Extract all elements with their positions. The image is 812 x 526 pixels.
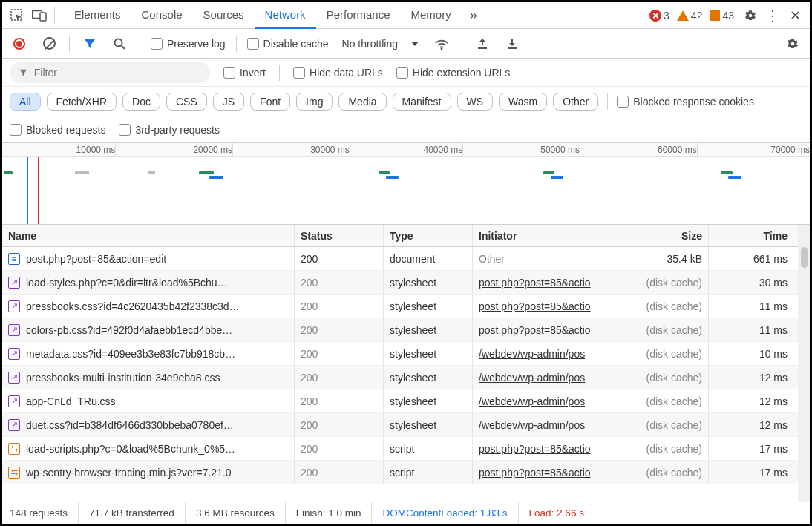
invert-checkbox[interactable]: Invert (223, 67, 266, 79)
panel-settings-icon[interactable] (783, 34, 802, 53)
tab-memory[interactable]: Memory (401, 2, 462, 29)
chip-wasm[interactable]: Wasm (499, 93, 547, 111)
chip-css[interactable]: CSS (166, 93, 207, 111)
filter-toggle-icon[interactable] (80, 34, 99, 53)
warning-counter[interactable]: 42 (677, 10, 703, 22)
tab-sources[interactable]: Sources (193, 2, 255, 29)
request-name: metadata.css?id=409ee3b3e83fc7bb918cb… (26, 348, 235, 360)
issues-icon (710, 10, 720, 21)
chip-font[interactable]: Font (250, 93, 290, 111)
chip-fetchxhr[interactable]: Fetch/XHR (47, 93, 117, 111)
initiator-link[interactable]: /webdev/wp-admin/pos (479, 419, 585, 431)
table-row[interactable]: ↗app-CnLd_TRu.css200stylesheet/webdev/wp… (2, 389, 810, 413)
table-row[interactable]: ↗duet.css?id=b384df6466d330bbeba0780ef…2… (2, 413, 810, 437)
settings-icon[interactable] (740, 5, 761, 26)
chip-img[interactable]: Img (296, 93, 333, 111)
col-initiator-header[interactable]: Initiator (473, 225, 621, 246)
table-row[interactable]: ↗pressbooks-multi-institution-34e9eba8.c… (2, 366, 810, 389)
export-har-icon[interactable] (502, 34, 522, 53)
cell-initiator: /webdev/wp-admin/pos (473, 342, 621, 365)
checkbox-icon (247, 38, 259, 50)
separator (54, 7, 55, 24)
filter-input[interactable] (10, 62, 210, 83)
cell-status: 200 (295, 413, 384, 436)
dcl-marker (27, 157, 28, 224)
filter-text-input[interactable] (34, 67, 201, 79)
svg-point-5 (441, 47, 443, 50)
close-icon[interactable]: ✕ (785, 5, 805, 26)
cell-size: (disk cache) (621, 413, 709, 436)
warning-icon (677, 10, 689, 21)
record-button[interactable] (10, 34, 29, 53)
col-name-header[interactable]: Name (2, 225, 295, 246)
checkbox-icon (617, 96, 629, 108)
chip-doc[interactable]: Doc (122, 93, 160, 111)
throttling-value: No throttling (342, 38, 398, 50)
inspect-icon[interactable] (7, 5, 27, 26)
initiator-link[interactable]: /webdev/wp-admin/pos (479, 372, 585, 384)
chip-other[interactable]: Other (553, 93, 598, 111)
request-name: pressbooks.css?id=4c2620435b42f2338c3d… (26, 300, 240, 312)
initiator-link[interactable]: /webdev/wp-admin/pos (479, 348, 585, 360)
file-js-icon: ⇆ (8, 443, 20, 455)
table-row[interactable]: ↗colors-pb.css?id=492f0d4afaebb1ecd4bbe…… (2, 318, 810, 342)
chip-js[interactable]: JS (213, 93, 244, 111)
tab-performance[interactable]: Performance (316, 2, 401, 29)
table-body: ≡post.php?post=85&action=edit200document… (2, 247, 810, 502)
cell-type: script (384, 461, 473, 484)
initiator-link[interactable]: post.php?post=85&actio (479, 467, 591, 479)
table-row[interactable]: ≡post.php?post=85&action=edit200document… (2, 247, 810, 271)
col-type-header[interactable]: Type (384, 225, 473, 246)
initiator-link[interactable]: post.php?post=85&actio (479, 277, 591, 289)
chip-ws[interactable]: WS (457, 93, 494, 111)
initiator-link[interactable]: post.php?post=85&actio (479, 324, 591, 336)
cell-initiator: post.php?post=85&actio (473, 295, 621, 318)
overview-timeline[interactable]: 10000 ms20000 ms30000 ms40000 ms50000 ms… (2, 143, 810, 225)
cell-status: 200 (295, 389, 384, 412)
blocked-requests-checkbox[interactable]: Blocked requests (10, 124, 105, 136)
network-conditions-icon[interactable] (432, 34, 451, 53)
vertical-scrollbar[interactable] (798, 225, 810, 502)
disable-cache-checkbox[interactable]: Disable cache (247, 38, 329, 50)
tabs-overflow-button[interactable]: » (463, 5, 484, 26)
tab-elements[interactable]: Elements (64, 2, 131, 29)
cell-type: script (384, 437, 473, 460)
cell-time: 17 ms (709, 437, 793, 460)
hide-ext-urls-checkbox[interactable]: Hide extension URLs (396, 67, 511, 79)
initiator-link[interactable]: post.php?post=85&actio (479, 300, 591, 312)
scrollbar-thumb[interactable] (801, 247, 808, 268)
cell-name: ↗metadata.css?id=409ee3b3e83fc7bb918cb… (2, 342, 295, 365)
chip-media[interactable]: Media (338, 93, 386, 111)
table-row[interactable]: ⇆load-scripts.php?c=0&load%5Bchunk_0%5…2… (2, 437, 810, 461)
issues-counter[interactable]: 43 (710, 10, 734, 22)
col-size-header[interactable]: Size (621, 225, 709, 246)
error-counter[interactable]: 3 (649, 10, 669, 22)
device-toggle-icon[interactable] (29, 5, 50, 26)
chip-manifest[interactable]: Manifest (393, 93, 451, 111)
checkbox-icon (119, 124, 131, 136)
search-icon[interactable] (110, 34, 129, 53)
col-status-header[interactable]: Status (295, 225, 384, 246)
table-row[interactable]: ↗pressbooks.css?id=4c2620435b42f2338c3d…… (2, 295, 810, 318)
initiator-link[interactable]: post.php?post=85&actio (479, 443, 591, 455)
throttling-select[interactable]: No throttling (339, 38, 422, 50)
cell-name: ≡post.php?post=85&action=edit (2, 247, 295, 270)
table-row[interactable]: ↗metadata.css?id=409ee3b3e83fc7bb918cb…2… (2, 342, 810, 366)
tab-console[interactable]: Console (131, 2, 193, 29)
chip-all[interactable]: All (10, 93, 41, 111)
table-row[interactable]: ⇆wp-sentry-browser-tracing.min.js?ver=7.… (2, 461, 810, 484)
blocked-requests-label: Blocked requests (26, 124, 105, 136)
tab-network[interactable]: Network (255, 2, 316, 29)
table-row[interactable]: ↗load-styles.php?c=0&dir=ltr&load%5Bchu…… (2, 271, 810, 295)
hide-data-urls-checkbox[interactable]: Hide data URLs (293, 67, 383, 79)
blocked-cookies-checkbox[interactable]: Blocked response cookies (617, 96, 754, 108)
import-har-icon[interactable] (473, 34, 492, 53)
initiator-link[interactable]: /webdev/wp-admin/pos (479, 395, 585, 407)
clear-button[interactable] (39, 34, 59, 53)
col-time-header[interactable]: Time (709, 225, 793, 246)
more-icon[interactable]: ⋮ (762, 5, 783, 26)
cell-name: ↗load-styles.php?c=0&dir=ltr&load%5Bchu… (2, 271, 295, 294)
preserve-log-checkbox[interactable]: Preserve log (151, 38, 226, 50)
cell-type: stylesheet (384, 389, 473, 412)
third-party-checkbox[interactable]: 3rd-party requests (119, 124, 220, 136)
